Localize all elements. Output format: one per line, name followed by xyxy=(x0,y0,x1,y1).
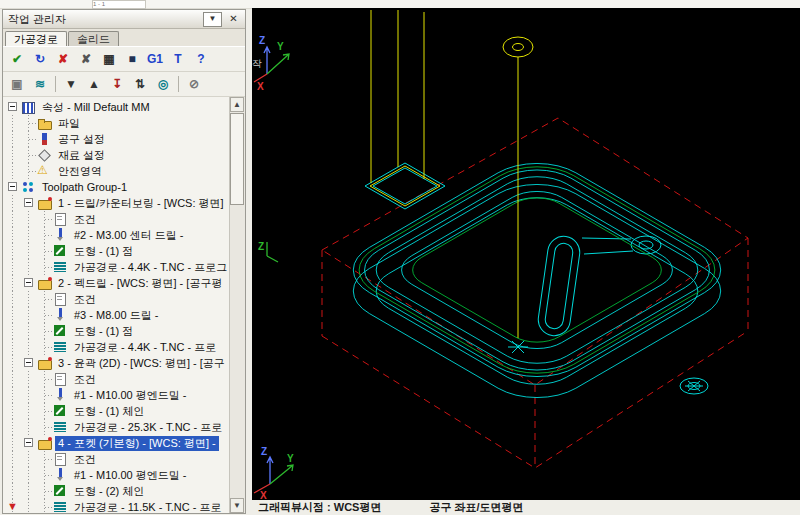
close-icon: ✕ xyxy=(229,13,237,24)
scroll-down-button[interactable]: ▼ xyxy=(230,498,244,513)
tree-item[interactable]: 조건 xyxy=(5,291,230,307)
tree-item[interactable]: #3 - M8.00 드릴 - xyxy=(5,307,230,323)
tree-guide xyxy=(37,403,53,419)
toggle-posting-icon: ◎ xyxy=(158,78,168,90)
expander-icon[interactable] xyxy=(21,355,37,371)
wcs-gizmo-bottom: Z Y X xyxy=(254,446,294,500)
tree-guide xyxy=(5,387,21,403)
tree-item[interactable]: 도형 - (2) 체인 xyxy=(5,483,230,499)
move-up-icon: ▲ xyxy=(88,78,100,90)
tree-guide xyxy=(5,243,21,259)
part-wireframe xyxy=(331,150,744,411)
scroll-window-button[interactable]: ⇅ xyxy=(129,74,151,94)
tab-toolpaths[interactable]: 가공경로 xyxy=(5,31,67,46)
help-button[interactable]: ? xyxy=(190,49,212,69)
graphics-viewport[interactable]: Z Y X 작 Z Z Y X xyxy=(252,8,800,500)
svg-text:Z: Z xyxy=(258,241,264,252)
tree-item[interactable]: 1 - 드릴/카운터보링 - [WCS: 평면] xyxy=(5,195,230,211)
feed-rate-button[interactable]: T xyxy=(167,49,189,69)
expander-icon[interactable] xyxy=(5,179,21,195)
expander-icon[interactable] xyxy=(21,275,37,291)
insert-arrow-icon: ▼ xyxy=(7,501,18,512)
entry-point-marker xyxy=(508,341,528,353)
move-up-button[interactable]: ▲ xyxy=(83,74,105,94)
tree-scrollbar[interactable]: ▲ ▼ xyxy=(229,97,245,513)
tree-guide xyxy=(37,451,53,467)
tab-solids[interactable]: 솔리드 xyxy=(68,31,119,46)
tree-item[interactable]: 재료 설정 xyxy=(5,147,230,163)
tree-item-label: 가공경로 - 11.5K - T.NC - 프로 xyxy=(71,500,225,514)
toolpath-delete-button[interactable]: ✘ xyxy=(75,49,97,69)
scroll-up-button[interactable]: ▲ xyxy=(230,97,244,112)
toolpath-display-toggle-button[interactable]: ✘ xyxy=(52,49,74,69)
toolpath-icon xyxy=(53,500,68,513)
tree-guide xyxy=(37,339,53,355)
backplot-button[interactable]: ▦ xyxy=(98,49,120,69)
chevron-down-icon: ▼ xyxy=(209,14,217,23)
tree-rows: 속성 - Mill Default MM파일공구 설정재료 설정안전영역Tool… xyxy=(5,99,230,513)
expander-icon[interactable] xyxy=(21,435,37,451)
tree-item[interactable]: 2 - 펙드릴 - [WCS: 평면] - [공구평 xyxy=(5,275,230,291)
panel-title: 작업 관리자 xyxy=(5,12,201,27)
expander-icon[interactable] xyxy=(5,99,21,115)
insert-position-button[interactable]: ↧ xyxy=(106,74,128,94)
tree-guide xyxy=(21,227,37,243)
tool-settings-icon xyxy=(37,132,52,146)
toolpath-delete-icon: ✘ xyxy=(81,53,91,65)
panel-close-button[interactable]: ✕ xyxy=(224,12,243,27)
tree-item[interactable]: 4 - 포켓 (기본형) - [WCS: 평면] - xyxy=(5,435,230,451)
tree-guide xyxy=(21,291,37,307)
move-down-button[interactable]: ▼ xyxy=(60,74,82,94)
tree-item[interactable]: 가공경로 - 11.5K - T.NC - 프로 xyxy=(5,499,230,513)
svg-text:Z: Z xyxy=(259,35,265,46)
tree-guide xyxy=(37,419,53,435)
tree-item[interactable]: 속성 - Mill Default MM xyxy=(5,99,230,115)
tree-guide xyxy=(5,323,21,339)
tree-guide xyxy=(37,227,53,243)
tree-item[interactable]: Toolpath Group-1 xyxy=(5,179,230,195)
lock-toolpath-button[interactable]: ▣ xyxy=(6,74,28,94)
tree-guide xyxy=(5,163,21,179)
panel-titlebar[interactable]: 작업 관리자 ▼ ✕ xyxy=(3,10,245,29)
svg-text:Y: Y xyxy=(287,453,294,464)
tree-guide xyxy=(21,243,37,259)
tree-item[interactable]: 도형 - (1) 체인 xyxy=(5,403,230,419)
tree-item[interactable]: 가공경로 - 4.4K - T.NC - 프로 xyxy=(5,339,230,355)
tree-item[interactable]: #1 - M10.00 평엔드밀 - xyxy=(5,467,230,483)
move-down-icon: ▼ xyxy=(65,78,77,90)
regenerate-operations-button[interactable]: ↻ xyxy=(29,49,51,69)
tree-item[interactable]: 도형 - (1) 점 xyxy=(5,323,230,339)
tree-item[interactable]: 조건 xyxy=(5,211,230,227)
panel-collapse-button[interactable]: ▼ xyxy=(203,12,222,27)
expander-icon[interactable] xyxy=(21,195,37,211)
tree-item[interactable]: 3 - 윤곽 (2D) - [WCS: 평면] - [공구 xyxy=(5,355,230,371)
verify-button[interactable]: ■ xyxy=(121,49,143,69)
tree-item[interactable]: 가공경로 - 4.4K - T.NC - 프로그 xyxy=(5,259,230,275)
select-all-operations-button[interactable]: ✔ xyxy=(6,49,28,69)
tree-item[interactable]: 조건 xyxy=(5,451,230,467)
tree-item-label: 가공경로 - 4.4K - T.NC - 프로 xyxy=(71,340,219,355)
tree-guide xyxy=(21,211,37,227)
tree-item[interactable]: #2 - M3.00 센터 드릴 - xyxy=(5,227,230,243)
toolpath-display-toggle-icon: ✘ xyxy=(58,53,68,65)
toggle-posting-button[interactable]: ◎ xyxy=(152,74,174,94)
tree-item[interactable]: 공구 설정 xyxy=(5,131,230,147)
tree-item[interactable]: 파일 xyxy=(5,115,230,131)
post-process-button[interactable]: G1 xyxy=(144,49,166,69)
tree-item[interactable]: 안전영역 xyxy=(5,163,230,179)
tree-item-label: 파일 xyxy=(55,116,83,131)
tree-item[interactable]: 가공경로 - 25.3K - T.NC - 프로 xyxy=(5,419,230,435)
tree-item-label: 조건 xyxy=(71,292,99,307)
tree-item[interactable]: 조건 xyxy=(5,371,230,387)
toolpath-visibility-button[interactable]: ≋ xyxy=(29,74,51,94)
tree-item[interactable]: #1 - M10.00 평엔드밀 - xyxy=(5,387,230,403)
tree-guide xyxy=(21,451,37,467)
options-button[interactable]: ⊘ xyxy=(183,74,205,94)
scrollbar-thumb[interactable] xyxy=(230,113,244,205)
tree-guide xyxy=(21,131,37,147)
parameters-icon xyxy=(53,292,68,306)
operation-icon xyxy=(37,356,52,370)
tool-icon xyxy=(53,228,68,242)
tree-item[interactable]: 도형 - (1) 점 xyxy=(5,243,230,259)
svg-text:작: 작 xyxy=(252,58,262,69)
